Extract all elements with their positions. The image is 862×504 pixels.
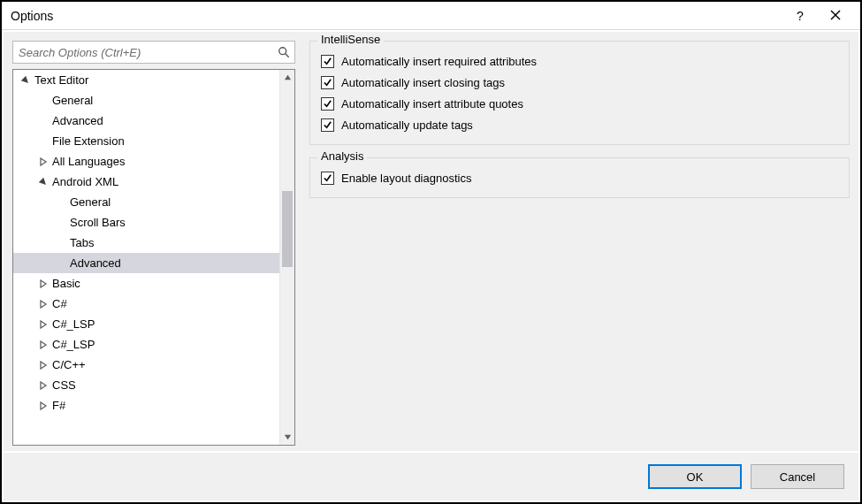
tree-node-label: CSS bbox=[52, 378, 76, 392]
svg-line-3 bbox=[286, 54, 289, 57]
tree-node-label: General bbox=[70, 195, 111, 209]
tree-node-label: C#_LSP bbox=[52, 317, 95, 331]
svg-marker-15 bbox=[284, 435, 290, 439]
svg-marker-5 bbox=[41, 158, 46, 165]
cancel-button[interactable]: Cancel bbox=[751, 464, 844, 489]
tree-scrollbar[interactable] bbox=[279, 70, 294, 445]
checkbox[interactable] bbox=[321, 55, 334, 68]
tree-node-label: Tabs bbox=[70, 236, 94, 249]
tree-node[interactable]: File Extension bbox=[13, 131, 279, 151]
search-icon bbox=[276, 44, 292, 60]
expander-closed-icon[interactable] bbox=[38, 401, 49, 411]
svg-marker-11 bbox=[41, 362, 46, 369]
group-legend: IntelliSense bbox=[317, 33, 384, 46]
checkbox-label: Automatically update tags bbox=[341, 118, 473, 132]
tree-node-label: Advanced bbox=[52, 114, 103, 127]
svg-marker-9 bbox=[41, 321, 46, 328]
svg-marker-10 bbox=[41, 341, 46, 348]
checkbox-row[interactable]: Enable layout diagnostics bbox=[321, 167, 838, 188]
checkbox[interactable] bbox=[321, 97, 334, 111]
tree-node[interactable]: F# bbox=[13, 395, 279, 416]
expander-closed-icon[interactable] bbox=[38, 279, 49, 289]
dialog-footer: OK Cancel bbox=[4, 453, 858, 500]
tree-node[interactable]: C# bbox=[13, 294, 279, 314]
settings-group: AnalysisEnable layout diagnostics bbox=[309, 157, 850, 198]
scroll-up-icon[interactable] bbox=[280, 70, 294, 85]
svg-marker-8 bbox=[41, 301, 46, 308]
svg-marker-7 bbox=[41, 280, 46, 287]
left-column: Text EditorGeneralAdvancedFile Extension… bbox=[12, 41, 295, 446]
checkbox[interactable] bbox=[321, 172, 334, 185]
tree-node[interactable]: Scroll Bars bbox=[13, 212, 279, 233]
checkbox-row[interactable]: Automatically insert attribute quotes bbox=[321, 93, 838, 114]
scroll-down-icon[interactable] bbox=[280, 430, 294, 445]
svg-point-2 bbox=[279, 48, 286, 55]
svg-marker-4 bbox=[22, 76, 29, 83]
search-wrap bbox=[12, 41, 295, 64]
group-legend: Analysis bbox=[317, 149, 367, 163]
svg-marker-13 bbox=[41, 402, 46, 409]
tree-node-label: F# bbox=[52, 399, 65, 412]
tree-node-label: Scroll Bars bbox=[70, 216, 126, 229]
tree-node[interactable]: Advanced bbox=[13, 111, 279, 131]
client-area: Text EditorGeneralAdvancedFile Extension… bbox=[4, 32, 858, 451]
close-button[interactable] bbox=[818, 2, 853, 30]
tree-node-label: C# bbox=[52, 297, 67, 310]
close-icon bbox=[830, 9, 841, 23]
checkbox[interactable] bbox=[321, 76, 334, 89]
tree-node[interactable]: General bbox=[13, 192, 279, 212]
expander-open-icon[interactable] bbox=[20, 75, 31, 86]
expander-closed-icon[interactable] bbox=[38, 299, 49, 309]
tree-node-label: Text Editor bbox=[34, 73, 88, 87]
checkbox-row[interactable]: Automatically insert required attributes bbox=[321, 50, 838, 72]
svg-marker-12 bbox=[41, 382, 46, 389]
tree-node[interactable]: Basic bbox=[13, 273, 279, 294]
tree-node[interactable]: Tabs bbox=[13, 233, 279, 253]
tree-node[interactable]: Advanced bbox=[13, 253, 279, 273]
ok-button[interactable]: OK bbox=[648, 464, 742, 489]
tree-node[interactable]: Text Editor bbox=[13, 70, 279, 90]
svg-marker-14 bbox=[284, 75, 290, 80]
titlebar: Options ? bbox=[2, 2, 860, 30]
settings-panel: IntelliSenseAutomatically insert require… bbox=[309, 41, 850, 446]
tree-node[interactable]: CSS bbox=[13, 375, 279, 395]
expander-closed-icon[interactable] bbox=[38, 340, 49, 350]
checkbox-label: Automatically insert attribute quotes bbox=[341, 97, 523, 111]
tree-node[interactable]: General bbox=[13, 90, 279, 111]
tree-node[interactable]: C#_LSP bbox=[13, 334, 279, 355]
expander-closed-icon[interactable] bbox=[38, 319, 49, 330]
checkbox-row[interactable]: Automatically insert closing tags bbox=[321, 72, 838, 93]
checkbox-label: Automatically insert required attributes bbox=[341, 55, 537, 68]
tree-node-label: General bbox=[52, 94, 93, 107]
search-input[interactable] bbox=[12, 41, 295, 64]
tree-node-label: Basic bbox=[52, 277, 80, 290]
tree-node-label: Advanced bbox=[70, 256, 121, 270]
tree-node-label: C/C++ bbox=[52, 358, 86, 371]
checkbox[interactable] bbox=[321, 118, 334, 132]
expander-closed-icon[interactable] bbox=[38, 380, 49, 391]
expander-closed-icon[interactable] bbox=[38, 157, 49, 167]
expander-closed-icon[interactable] bbox=[38, 360, 49, 370]
tree-node[interactable]: C/C++ bbox=[13, 355, 279, 375]
checkbox-label: Enable layout diagnostics bbox=[341, 172, 471, 185]
help-button[interactable]: ? bbox=[782, 2, 818, 30]
tree-node-label: C#_LSP bbox=[52, 338, 95, 351]
settings-group: IntelliSenseAutomatically insert require… bbox=[309, 41, 850, 145]
checkbox-label: Automatically insert closing tags bbox=[341, 76, 505, 89]
tree-node[interactable]: Android XML bbox=[13, 172, 279, 192]
scroll-thumb[interactable] bbox=[282, 191, 293, 267]
tree-node[interactable]: C#_LSP bbox=[13, 314, 279, 334]
tree-node-label: All Languages bbox=[52, 155, 125, 168]
options-tree: Text EditorGeneralAdvancedFile Extension… bbox=[12, 69, 295, 446]
tree-node-label: File Extension bbox=[52, 134, 125, 148]
checkbox-row[interactable]: Automatically update tags bbox=[321, 114, 838, 135]
window-title: Options bbox=[11, 9, 53, 23]
expander-open-icon[interactable] bbox=[38, 177, 49, 187]
tree-node[interactable]: All Languages bbox=[13, 151, 279, 172]
svg-marker-6 bbox=[40, 178, 47, 185]
tree-node-label: Android XML bbox=[52, 175, 118, 188]
